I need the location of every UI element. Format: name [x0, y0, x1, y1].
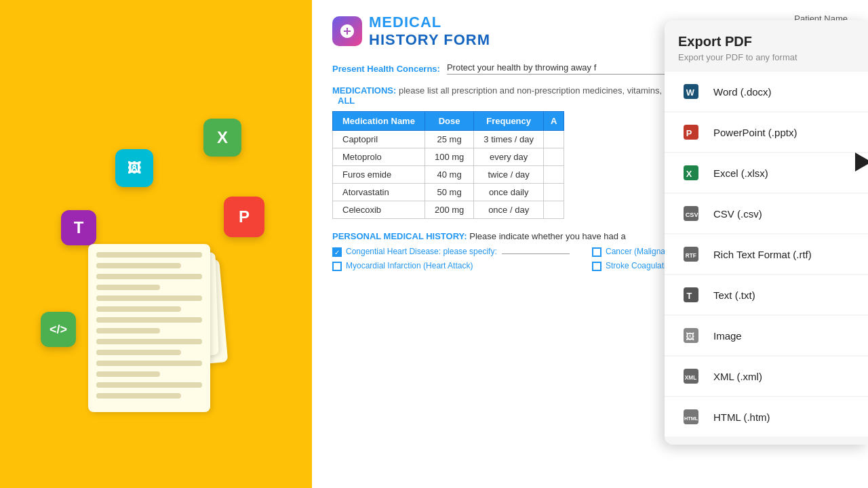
table-row: Celecoxib200 mgonce / day — [333, 201, 564, 219]
table-row: Metoprolo100 mgevery day — [333, 148, 564, 166]
export-icon-csv: CSV — [678, 201, 704, 226]
export-item-powerpoint[interactable]: PPowerPoint (.pptx) — [665, 113, 868, 152]
svg-text:W: W — [686, 87, 695, 98]
svg-text:🖼: 🖼 — [686, 331, 694, 342]
svg-text:X: X — [686, 169, 692, 179]
image-float-icon: 🖼 — [115, 149, 153, 187]
form-title-top: MEDICAL — [369, 14, 490, 31]
svg-text:HTML: HTML — [684, 415, 698, 422]
form-title-bottom: HISTORY FORM — [369, 31, 490, 49]
export-item-rtf[interactable]: RTFRich Text Format (.rtf) — [665, 235, 868, 274]
code-icon: </> — [41, 312, 76, 347]
export-icon-xml: XML — [678, 363, 704, 389]
app-icon — [332, 16, 362, 46]
col-dose: Dose — [425, 112, 473, 131]
export-icon-html: HTML — [678, 404, 704, 430]
svg-text:T: T — [687, 291, 692, 301]
export-label-excel: Excel (.xlsx) — [713, 167, 768, 179]
export-dropdown[interactable]: Export PDF Export your PDF to any format… — [665, 20, 868, 445]
left-background: T </> W P X 🖼 — [0, 0, 312, 488]
pmh-checkbox[interactable]: ✓ — [332, 247, 342, 257]
export-item-csv[interactable]: CSVCSV (.csv) — [665, 194, 868, 233]
medications-table: Medication Name Dose Frequency A Captopr… — [332, 111, 564, 219]
export-item-xml[interactable]: XMLXML (.xml) — [665, 357, 868, 396]
export-icon-image: 🖼 — [678, 323, 704, 348]
ppt-float-icon: P — [224, 197, 264, 237]
document-stack — [88, 244, 224, 447]
cursor-arrow — [855, 152, 868, 171]
export-label-image: Image — [713, 330, 742, 342]
export-item-word[interactable]: WWord (.docx) — [665, 72, 868, 111]
export-icon-powerpoint: P — [678, 119, 704, 145]
table-row: Furos emide40 mgtwice / day — [333, 166, 564, 184]
export-item-html[interactable]: HTMLHTML (.htm) — [665, 397, 868, 436]
export-title: Export PDF — [665, 34, 868, 49]
export-icon-word: W — [678, 79, 704, 104]
svg-text:P: P — [686, 128, 692, 138]
col-extra: A — [544, 112, 564, 131]
pmh-item: ✓Congential Heart Disease: please specif… — [332, 247, 588, 257]
export-label-html: HTML (.htm) — [713, 411, 770, 423]
svg-text:XML: XML — [685, 375, 696, 381]
svg-text:RTF: RTF — [686, 253, 696, 259]
excel-float-icon: X — [203, 119, 241, 157]
export-item-text[interactable]: TText (.txt) — [665, 275, 868, 314]
export-item-excel[interactable]: XExcel (.xlsx) — [665, 153, 868, 192]
table-row: Captopril25 mg3 times / day — [333, 131, 564, 148]
export-icon-rtf: RTF — [678, 241, 704, 267]
present-health-label: Present Health Concerns: — [332, 64, 440, 74]
pmh-text: Myocardial Infarction (Heart Attack) — [346, 261, 473, 270]
export-icon-text: T — [678, 282, 704, 308]
export-label-rtf: Rich Text Format (.rtf) — [713, 249, 812, 260]
table-row: Atorvastatin50 mgonce daily — [333, 184, 564, 201]
pmh-text: Congential Heart Disease: please specify… — [346, 247, 570, 256]
export-icon-excel: X — [678, 160, 704, 186]
export-subtitle: Export your PDF to any format — [665, 52, 868, 62]
export-label-xml: XML (.xml) — [713, 371, 762, 382]
pmh-checkbox[interactable] — [332, 262, 342, 271]
form-title: MEDICAL HISTORY FORM — [369, 14, 490, 49]
all-label: ALL — [338, 96, 355, 106]
main-content: MEDICAL HISTORY FORM Patient Name Signat… — [312, 0, 868, 488]
export-list: WWord (.docx)PPowerPoint (.pptx)XExcel (… — [665, 72, 868, 436]
pmh-checkbox[interactable] — [592, 247, 601, 257]
svg-text:CSV: CSV — [686, 211, 698, 218]
export-label-word: Word (.docx) — [713, 86, 772, 98]
export-label-powerpoint: PowerPoint (.pptx) — [713, 127, 797, 138]
export-label-text: Text (.txt) — [713, 289, 755, 301]
export-item-image[interactable]: 🖼Image — [665, 316, 868, 355]
pmh-item: Myocardial Infarction (Heart Attack) — [332, 261, 588, 271]
t-icon: T — [61, 210, 96, 245]
export-label-csv: CSV (.csv) — [713, 208, 762, 220]
col-frequency: Frequency — [474, 112, 544, 131]
col-medication-name: Medication Name — [333, 112, 425, 131]
pmh-checkbox[interactable] — [592, 262, 601, 271]
form-title-group: MEDICAL HISTORY FORM — [332, 14, 490, 49]
